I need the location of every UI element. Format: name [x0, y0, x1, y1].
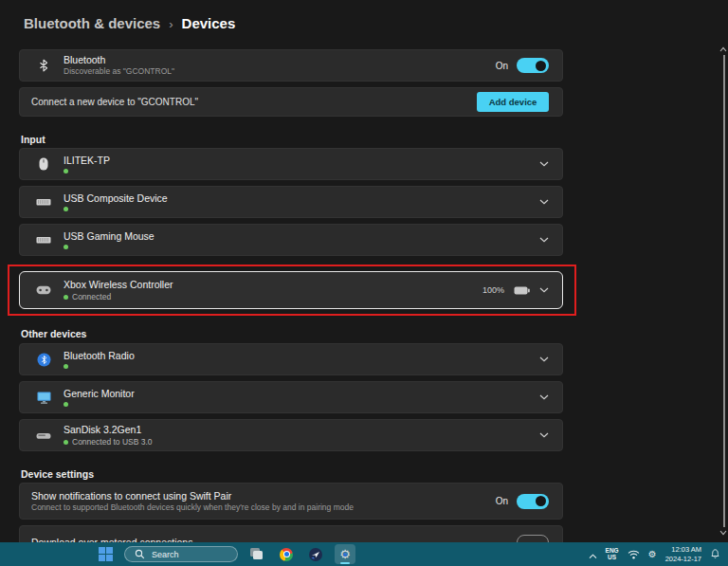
notification-bell-icon[interactable] — [710, 546, 720, 563]
scrollbar[interactable] — [723, 55, 725, 527]
status-dot — [64, 440, 68, 445]
search-icon — [135, 546, 145, 563]
chevron-down-icon[interactable] — [539, 356, 549, 362]
wifi-icon[interactable] — [628, 546, 640, 563]
swift-pair-card[interactable]: Show notifications to connect using Swif… — [19, 483, 563, 520]
status-dot — [64, 169, 68, 173]
bluetooth-card[interactable]: Bluetooth Discoverable as "GCONTROL" On — [19, 49, 563, 82]
scrollbar-up-arrow[interactable] — [719, 46, 728, 54]
bluetooth-icon — [31, 59, 56, 72]
red-highlight-annotation — [8, 265, 576, 316]
status-dot — [64, 364, 68, 369]
clock[interactable]: 12:03 AM 2024-12-17 — [665, 545, 701, 563]
monitor-icon — [31, 392, 56, 404]
connect-device-card: Connect a new device to "GCONTROL" Add d… — [19, 87, 563, 117]
bluetooth-toggle[interactable] — [517, 58, 549, 73]
start-button[interactable] — [95, 544, 116, 564]
bluetooth-title: Bluetooth — [64, 54, 496, 65]
keyboard-icon — [31, 235, 56, 245]
breadcrumb-parent[interactable]: Bluetooth & devices — [24, 15, 160, 31]
swift-pair-subtitle: Connect to supported Bluetooth devices q… — [31, 503, 496, 512]
device-settings-section-label: Device settings — [21, 468, 94, 480]
globe-plane-icon — [309, 548, 322, 561]
device-row-sandisk[interactable]: SanDisk 3.2Gen1 Connected to USB 3.0 — [19, 419, 563, 451]
globe-app-button[interactable] — [305, 544, 326, 564]
tray-date: 2024-12-17 — [665, 555, 701, 563]
device-name: Bluetooth Radio — [64, 350, 539, 361]
active-app-indicator — [340, 562, 350, 565]
input-section-label: Input — [21, 134, 46, 145]
chevron-down-icon[interactable] — [539, 199, 549, 205]
device-name: ILITEK-TP — [64, 155, 539, 166]
swift-pair-toggle[interactable] — [517, 494, 549, 509]
page-title: Devices — [182, 15, 236, 31]
swift-pair-title: Show notifications to connect using Swif… — [31, 490, 496, 502]
swift-pair-toggle-state: On — [496, 496, 508, 506]
settings-window: Bluetooth & devices › Devices Bluetooth … — [0, 0, 728, 566]
chevron-down-icon[interactable] — [539, 161, 549, 167]
chrome-app-button[interactable] — [276, 544, 297, 564]
device-row-usb-composite[interactable]: USB Composite Device — [19, 186, 563, 218]
device-name: SanDisk 3.2Gen1 — [64, 424, 539, 435]
tray-chevron-up-icon[interactable] — [589, 546, 597, 563]
chevron-down-icon[interactable] — [539, 432, 549, 438]
device-status: Connected to USB 3.0 — [72, 437, 153, 447]
connect-device-label: Connect a new device to "GCONTROL" — [31, 97, 477, 107]
keyboard-icon — [31, 197, 56, 207]
bluetooth-toggle-state: On — [496, 61, 508, 71]
bluetooth-subtitle: Discoverable as "GCONTROL" — [64, 67, 496, 76]
status-dot — [64, 207, 68, 211]
tray-time: 12:03 AM — [671, 545, 701, 554]
device-row-bluetooth-radio[interactable]: Bluetooth Radio — [19, 343, 563, 375]
mouse-icon — [31, 156, 56, 172]
toggle-knob — [536, 496, 546, 506]
chevron-down-icon[interactable] — [539, 237, 549, 243]
toggle-knob — [536, 61, 546, 71]
language-indicator[interactable]: ENG US — [606, 548, 619, 561]
task-view-button[interactable] — [246, 544, 267, 564]
settings-app-button[interactable]: ⚙ — [335, 544, 355, 564]
search-label: Search — [152, 550, 179, 559]
device-name: Generic Monitor — [64, 388, 539, 399]
status-dot — [64, 245, 68, 249]
chrome-icon — [280, 548, 293, 561]
windows-logo-icon — [99, 547, 113, 561]
quick-settings-icon[interactable]: ⚙ — [648, 550, 657, 559]
taskbar-search[interactable]: Search — [124, 546, 238, 562]
device-name: USB Composite Device — [64, 192, 539, 204]
device-row-usb-gaming-mouse[interactable]: USB Gaming Mouse — [19, 224, 563, 256]
chevron-down-icon[interactable] — [539, 394, 549, 400]
status-dot — [64, 402, 68, 407]
device-row-generic-monitor[interactable]: Generic Monitor — [19, 381, 563, 413]
breadcrumb: Bluetooth & devices › Devices — [24, 15, 235, 31]
device-row-ilitek-tp[interactable]: ILITEK-TP — [19, 148, 563, 180]
scrollbar-down-arrow[interactable] — [719, 530, 728, 538]
other-devices-section-label: Other devices — [21, 328, 86, 339]
bluetooth-radio-icon — [31, 353, 56, 367]
device-name: USB Gaming Mouse — [64, 230, 539, 242]
external-drive-icon — [31, 430, 56, 441]
breadcrumb-separator-icon: › — [169, 17, 173, 31]
add-device-button[interactable]: Add device — [477, 92, 549, 112]
taskbar: Search ⚙ — [0, 542, 728, 566]
